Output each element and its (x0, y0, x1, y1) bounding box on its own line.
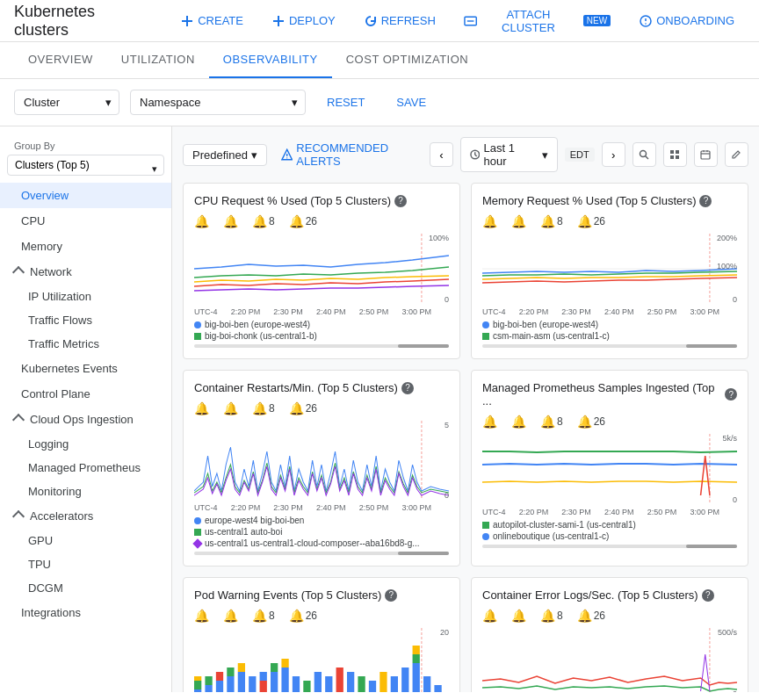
tab-observability[interactable]: OBSERVABILITY (209, 42, 332, 78)
memory-legend-color-1 (482, 321, 489, 328)
predefined-button[interactable]: Predefined ▾ (183, 144, 267, 166)
sidebar-item-control-plane[interactable]: Control Plane (0, 381, 171, 407)
cpu-legend-color-2 (194, 333, 201, 340)
cpu-legend-color-1 (194, 321, 201, 328)
cpu-alert-row: 🔔 🔔 🔔8 🔔26 (194, 214, 449, 228)
prev-time-button[interactable]: ‹ (430, 142, 453, 167)
bell-icon: 🔔 (289, 401, 304, 415)
pod-warning-info-icon[interactable]: ? (385, 589, 397, 602)
svg-rect-47 (303, 681, 310, 692)
prometheus-alert-row: 🔔 🔔 🔔8 🔔26 (482, 415, 737, 429)
attach-cluster-button[interactable]: ATTACH CLUSTER NEW (453, 3, 621, 40)
bell-icon: 🔔 (577, 415, 592, 429)
bell-icon: 🔔 (194, 214, 209, 228)
restarts-alert-1: 🔔 (194, 401, 209, 415)
tab-utilization[interactable]: UTILIZATION (107, 42, 209, 78)
sidebar-item-memory[interactable]: Memory (0, 234, 171, 259)
pod-warning-alert-1: 🔔 (194, 609, 209, 623)
svg-rect-29 (194, 681, 201, 689)
tab-cost-optimization[interactable]: COST OPTIMIZATION (332, 42, 482, 78)
restarts-info-icon[interactable]: ? (401, 382, 414, 394)
time-arrow-icon: ▾ (542, 148, 548, 162)
predefined-arrow-icon: ▾ (251, 148, 257, 162)
prometheus-time-axis: UTC-4 2:20 PM 2:30 PM 2:40 PM 2:50 PM 3:… (482, 508, 737, 516)
cluster-select-arrow: ▾ (105, 96, 112, 109)
svg-rect-59 (413, 646, 420, 654)
sidebar-item-managed-prometheus[interactable]: Managed Prometheus (0, 456, 171, 480)
deploy-button[interactable]: DEPLOY (261, 9, 346, 33)
sidebar-item-gpu[interactable]: GPU (0, 529, 171, 552)
bell-icon: 🔔 (289, 609, 304, 623)
sidebar-item-traffic-metrics[interactable]: Traffic Metrics (0, 332, 171, 356)
bell-icon: 🔔 (194, 401, 209, 415)
search-time-button[interactable] (632, 142, 656, 167)
sidebar-item-cpu[interactable]: CPU (0, 208, 171, 234)
svg-rect-55 (391, 676, 398, 692)
memory-legend-color-2 (482, 333, 489, 340)
sidebar-section-network[interactable]: Network (0, 259, 171, 285)
prometheus-info-icon[interactable]: ? (725, 388, 737, 401)
bell-icon: 🔔 (511, 415, 526, 429)
svg-rect-58 (413, 654, 420, 663)
time-range-button[interactable]: Last 1 hour ▾ (460, 137, 558, 172)
group-by-select[interactable]: Clusters (Top 5) (7, 155, 164, 176)
memory-alert-1: 🔔 (482, 214, 497, 228)
cpu-legend: big-boi-ben (europe-west4) big-boi-chonk… (194, 320, 449, 341)
restarts-legend: europe-west4 big-boi-ben us-central1 aut… (194, 516, 449, 548)
save-button[interactable]: SAVE (386, 90, 437, 114)
sidebar-item-overview[interactable]: Overview (0, 183, 171, 208)
restarts-chart-area: 5 0 (194, 421, 449, 500)
sidebar-section-accelerators[interactable]: Accelerators (0, 503, 171, 529)
layout-button[interactable] (663, 142, 687, 167)
sidebar-item-tpu[interactable]: TPU (0, 552, 171, 576)
bell-icon: 🔔 (577, 214, 592, 228)
prometheus-y-min: 0 (733, 495, 737, 504)
cpu-info-icon[interactable]: ? (394, 195, 407, 207)
namespace-select-arrow: ▾ (292, 96, 298, 109)
recommended-alerts-button[interactable]: RECOMMENDED ALERTS (281, 141, 430, 168)
cpu-alert-1: 🔔 (194, 214, 209, 228)
sidebar-item-kubernetes-events[interactable]: Kubernetes Events (0, 356, 171, 381)
error-logs-info-icon[interactable]: ? (702, 589, 714, 602)
edit-button[interactable] (725, 142, 748, 167)
svg-rect-39 (249, 676, 256, 692)
svg-rect-41 (260, 672, 267, 681)
sidebar-item-monitoring[interactable]: Monitoring (0, 480, 171, 503)
sidebar-item-traffic-flows[interactable]: Traffic Flows (0, 308, 171, 332)
sidebar-item-ip-utilization[interactable]: IP Utilization (0, 285, 171, 308)
cpu-alert-3: 🔔8 (252, 214, 275, 228)
namespace-select[interactable]: Namespace ▾ (130, 90, 306, 115)
filters-row: Cluster ▾ Namespace ▾ RESET SAVE (0, 79, 759, 126)
pod-warning-y-max: 20 (440, 628, 449, 637)
tabs-bar: OVERVIEW UTILIZATION OBSERVABILITY COST … (0, 42, 759, 79)
refresh-button[interactable]: REFRESH (353, 9, 446, 33)
svg-rect-50 (336, 668, 343, 692)
cluster-select[interactable]: Cluster ▾ (14, 90, 119, 115)
sidebar-item-integrations[interactable]: Integrations (0, 600, 171, 625)
svg-rect-3 (273, 20, 284, 22)
calendar-button[interactable] (694, 142, 718, 167)
memory-alert-row: 🔔 🔔 🔔8 🔔26 (482, 214, 737, 228)
memory-info-icon[interactable]: ? (699, 195, 712, 207)
create-button[interactable]: CREATE (170, 9, 254, 33)
chart-memory-request: Memory Request % Used (Top 5 Clusters) ?… (471, 183, 748, 359)
prometheus-legend: autopilot-cluster-sami-1 (us-central1) o… (482, 520, 737, 541)
content-topbar: Predefined ▾ RECOMMENDED ALERTS ‹ Last 1… (183, 137, 748, 172)
next-time-button[interactable]: › (602, 142, 625, 167)
sidebar-item-dcgm[interactable]: DCGM (0, 576, 171, 600)
reset-button[interactable]: RESET (316, 90, 375, 114)
pod-warning-chart-area: 20 0 (194, 628, 449, 692)
main-layout: Group By Clusters (Top 5) ▾ Overview CPU… (0, 126, 759, 692)
header: Kubernetes clusters CREATE DEPLOY REFRES… (0, 0, 759, 42)
accelerators-chevron-icon (12, 509, 25, 522)
restarts-time-axis: UTC-4 2:20 PM 2:30 PM 2:40 PM 2:50 PM 3:… (194, 503, 449, 512)
sidebar-item-logging[interactable]: Logging (0, 432, 171, 456)
error-logs-alert-3: 🔔8 (540, 609, 563, 623)
svg-rect-56 (401, 668, 408, 692)
sidebar-section-cloud-ops[interactable]: Cloud Ops Ingestion (0, 407, 171, 432)
onboarding-button[interactable]: ONBOARDING (628, 9, 745, 33)
error-logs-chart-area: 500/s 0 (482, 628, 737, 692)
svg-rect-52 (358, 676, 365, 692)
svg-point-8 (645, 23, 647, 25)
tab-overview[interactable]: OVERVIEW (14, 42, 107, 78)
